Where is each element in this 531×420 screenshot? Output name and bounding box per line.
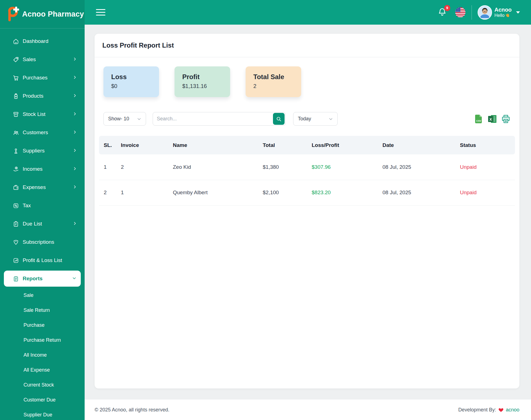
submenu-item-purchase-return[interactable]: Purchase Return [0,333,85,348]
sidebar-item-tax[interactable]: Tax [0,196,85,215]
topbar-right: 9 Acnoo Hello [438,5,520,20]
home-icon [12,38,19,45]
supplier-person-icon [12,147,19,154]
chevron-right-icon [73,57,77,62]
medicine-jar-icon [12,93,19,99]
coin-hand-icon [12,166,19,172]
table-header-row: SL. Invoice Name Total Loss/Profit Date … [99,136,515,154]
search-button[interactable] [273,113,285,125]
sidebar-item-label: Reports [23,276,72,282]
summary-cards: Loss $0 Profit $1,131.16 Total Sale 2 [95,57,519,97]
submenu-item-customer-due[interactable]: Customer Due [0,392,85,407]
loss-value: $0 [111,83,159,89]
sidebar-item-purchases[interactable]: Purchases [0,69,85,87]
submenu-item-all-expense[interactable]: All Expense [0,362,85,377]
show-entries-select[interactable]: Show- 10 [103,112,146,126]
notifications-button[interactable]: 9 [438,7,448,18]
cell-date: 08 Jul, 2025 [378,180,455,205]
user-menu[interactable]: Acnoo Hello [478,5,520,20]
submenu-item-supplier-due[interactable]: Supplier Due [0,407,85,420]
date-filter-value: Today [298,116,311,122]
sidebar-item-subscriptions[interactable]: Subscriptions [0,233,85,251]
sidebar-item-label: Due List [23,221,73,227]
submenu-item-all-income[interactable]: All Income [0,348,85,362]
total-sale-summary-card: Total Sale 2 [246,66,301,97]
notification-badge: 9 [444,5,450,11]
development-credit: Development By: acnoo [458,407,519,413]
sidebar-item-label: Stock List [23,111,73,117]
cell-name: Quemby Albert [168,180,258,205]
profit-summary-card: Profit $1,131.16 [175,66,230,97]
sidebar-menu: Dashboard Sales Purchases Products Stock… [0,28,85,420]
cell-total: $2,100 [258,180,307,205]
report-table: SL. Invoice Name Total Loss/Profit Date … [99,136,515,206]
profit-value: $1,131.16 [182,83,230,89]
sidebar-item-stock-list[interactable]: Stock List [0,105,85,123]
cell-sl: 2 [99,180,116,205]
sidebar-item-due-list[interactable]: Due List [0,215,85,233]
sidebar-item-label: Subscriptions [23,239,77,245]
sidebar-item-expenses[interactable]: Expenses [0,178,85,196]
topbar-divider [472,5,472,20]
cart-icon [12,74,19,81]
report-clipboard-icon [12,275,19,282]
svg-text:CSV: CSV [476,120,481,122]
profit-label: Profit [182,73,230,81]
submenu-item-purchase[interactable]: Purchase [0,318,85,333]
sidebar-item-profit-loss-list[interactable]: Profit & Loss List [0,251,85,269]
chevron-right-icon [73,130,77,135]
card-title-row: Loss Profit Report List [95,34,519,57]
hamburger-menu-button[interactable] [96,8,106,17]
brand-logo-area[interactable]: Acnoo Pharmacy [0,0,85,28]
copyright-text: © 2025 Acnoo, all rights reserved. [95,407,169,413]
cell-total: $1,380 [258,154,307,180]
chevron-right-icon [73,167,77,172]
table-row: 2 1 Quemby Albert $2,100 $823.20 08 Jul,… [99,180,515,205]
date-filter-select[interactable]: Today [293,112,338,126]
submenu-item-sale-return[interactable]: Sale Return [0,303,85,318]
submenu-item-sale[interactable]: Sale [0,288,85,303]
table-row: 1 2 Zeo Kid $1,380 $307.96 08 Jul, 2025 … [99,154,515,180]
export-excel-button[interactable]: X [488,114,497,124]
clipboard-icon [12,221,19,227]
chevron-right-icon [73,221,77,227]
sidebar-item-dashboard[interactable]: Dashboard [0,32,85,50]
sidebar-item-customers[interactable]: Customers [0,123,85,142]
sidebar-item-reports[interactable]: Reports [4,271,81,287]
print-button[interactable] [501,114,511,124]
column-header-date: Date [378,136,455,154]
loss-label: Loss [111,73,159,81]
column-header-total: Total [258,136,307,154]
show-entries-value: Show- 10 [108,116,129,122]
topbar: 9 Acnoo Hello [85,0,531,25]
csv-file-icon: CSV [474,114,483,124]
cell-name: Zeo Kid [168,154,258,180]
total-sale-value: 2 [253,83,301,89]
table-controls: Show- 10 Today CSV [95,97,519,126]
cell-sl: 1 [99,154,116,180]
export-csv-button[interactable]: CSV [474,114,483,124]
submenu-item-current-stock[interactable]: Current Stock [0,377,85,392]
chevron-right-icon [73,185,77,190]
search-box [153,112,286,126]
search-input[interactable] [153,112,273,125]
pharmacy-logo-icon [6,6,20,22]
wallet-icon [12,184,19,191]
loss-summary-card: Loss $0 [103,66,159,97]
heart-icon [498,407,504,413]
language-us-flag-icon[interactable] [455,7,465,17]
printer-icon [501,114,511,124]
chart-icon [12,257,19,264]
sidebar-item-label: Purchases [23,75,73,81]
sidebar-item-label: Customers [23,129,73,136]
sidebar-item-products[interactable]: Products [0,87,85,105]
sidebar-item-sales[interactable]: Sales [0,50,85,69]
sidebar-item-label: Suppliers [23,148,73,154]
tag-icon [12,56,19,63]
users-icon [12,129,19,136]
acnoo-link[interactable]: acnoo [506,407,519,413]
sidebar-item-incomes[interactable]: Incomes [0,160,85,178]
sidebar-item-suppliers[interactable]: Suppliers [0,142,85,160]
badge-tag-icon [12,239,19,245]
sidebar-item-label: Dashboard [23,38,77,44]
